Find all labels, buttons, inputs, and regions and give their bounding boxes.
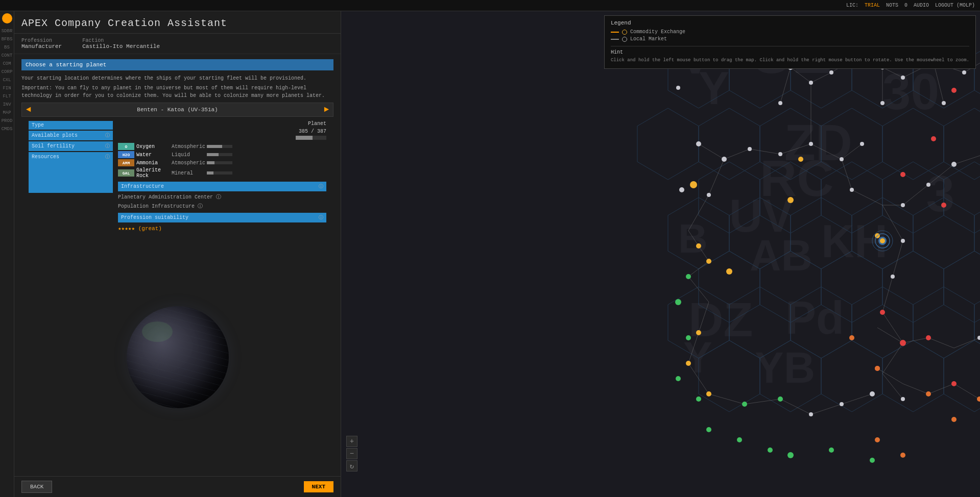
resources-info-icon[interactable]: ⓘ (105, 154, 110, 160)
panel-meta: Profession Manufacturer Faction Castillo… (14, 34, 341, 54)
svg-marker-10 (821, 108, 882, 180)
svg-line-130 (928, 338, 954, 348)
svg-point-238 (977, 336, 980, 340)
zoom-rotate-button[interactable]: ↻ (346, 460, 357, 471)
nav-item-corp[interactable]: CORP (0, 68, 14, 76)
svg-line-129 (903, 338, 928, 343)
pop-info-icon[interactable]: ⓘ (198, 204, 203, 209)
svg-point-204 (748, 147, 752, 151)
nav-item-bs[interactable]: BS (0, 44, 14, 51)
svg-line-73 (750, 149, 780, 154)
nots-label: NOTS (886, 3, 898, 8)
svg-point-205 (778, 152, 782, 156)
svg-line-75 (811, 144, 842, 159)
svg-line-83 (928, 164, 954, 185)
svg-line-125 (882, 312, 903, 343)
nav-item-map[interactable]: MAP (0, 109, 14, 116)
nav-item-fin[interactable]: FIN (0, 85, 14, 92)
svg-point-146 (726, 268, 732, 275)
next-planet-button[interactable]: ► (320, 103, 333, 116)
star-map-svg[interactable] (341, 11, 980, 497)
plots-value: 385 / 387 (299, 129, 326, 134)
next-button[interactable]: NEXT (304, 481, 333, 492)
svg-point-255 (676, 86, 680, 90)
zoom-in-button[interactable]: + (346, 436, 357, 447)
svg-point-215 (926, 183, 930, 187)
svg-line-126 (882, 343, 903, 374)
svg-point-154 (931, 136, 936, 141)
planet-right-content: Planet 385 / 387 (118, 121, 326, 233)
svg-point-177 (870, 458, 875, 463)
nav-item-cmds[interactable]: CMDS (0, 126, 14, 133)
desc-line2: Important: You can fly to any planet in … (21, 84, 333, 100)
app-logo[interactable] (2, 13, 12, 23)
resources-row: Resources ⓘ (29, 152, 113, 193)
amm-type: Atmospheric (172, 160, 205, 166)
type-row: Type (29, 121, 113, 130)
svg-point-142 (798, 157, 803, 162)
logout-button[interactable]: LOGOUT (MOLP) (935, 3, 975, 8)
audio-button[interactable]: AUDIO (914, 3, 929, 8)
desc-line1: Your starting location determines where … (21, 74, 333, 82)
fertility-bar (118, 136, 326, 140)
nav-item-inv[interactable]: INV (0, 101, 14, 108)
wat-type: Liquid (172, 152, 205, 158)
nav-item-flt[interactable]: FLT (0, 93, 14, 100)
svg-line-122 (882, 205, 903, 241)
nav-item-prod[interactable]: PROD (0, 117, 14, 125)
svg-line-136 (928, 384, 954, 394)
resource-item-oxy: O Oxygen Atmospheric (118, 143, 326, 150)
back-button[interactable]: BACK (21, 481, 52, 493)
planet-type-row: Planet (118, 121, 326, 127)
profession-meta: Profession Manufacturer (21, 38, 62, 49)
svg-line-74 (780, 144, 811, 154)
svg-point-170 (676, 376, 681, 381)
svg-line-131 (954, 338, 979, 348)
commodity-label: Commodity Exchange (630, 29, 685, 35)
choose-planet-section: Choose a starting planet Your starting l… (14, 54, 341, 238)
svg-point-242 (840, 402, 844, 406)
hint-box: Hint Click and hold the left mouse butto… (611, 46, 969, 64)
svg-point-161 (951, 381, 957, 386)
svg-line-77 (780, 67, 791, 103)
nav-item-bfbs[interactable]: BFBS (0, 36, 14, 43)
left-nav: SDBR BFBS BS CONT COM CORP CXL FIN FLT I… (0, 11, 14, 497)
nav-item-cxl[interactable]: CXL (0, 77, 14, 84)
amm-bar (207, 161, 232, 164)
amm-tag: AMM (118, 159, 134, 166)
lic-label: LIC: (846, 3, 858, 8)
svg-point-209 (707, 193, 711, 197)
soil-info-icon[interactable]: ⓘ (105, 143, 110, 150)
profession-label: Profession (21, 38, 62, 43)
svg-point-256 (679, 187, 684, 192)
nav-item-sdbr[interactable]: SDBR (0, 28, 14, 35)
prev-planet-button[interactable]: ◄ (22, 103, 35, 116)
nav-item-com[interactable]: COM (0, 60, 14, 67)
pac-info-icon[interactable]: ⓘ (216, 194, 221, 200)
svg-marker-11 (882, 108, 944, 180)
svg-point-156 (941, 203, 946, 208)
svg-point-183 (977, 396, 980, 402)
nav-item-cont[interactable]: CONT (0, 52, 14, 59)
planet-globe[interactable] (127, 306, 229, 408)
svg-point-144 (696, 243, 701, 248)
zoom-out-button[interactable]: − (346, 448, 357, 459)
globe-area (14, 238, 341, 476)
svg-point-173 (778, 396, 783, 402)
plots-info-icon[interactable]: ⓘ (105, 132, 110, 139)
svg-line-124 (882, 277, 893, 312)
infra-info-icon[interactable]: ⓘ (319, 183, 323, 190)
svg-point-186 (875, 437, 880, 442)
svg-point-167 (686, 274, 691, 279)
legend-commodity: Commodity Exchange (611, 29, 969, 35)
infrastructure-section: Infrastructure ⓘ Planetary Administratio… (118, 182, 326, 211)
prof-info-icon[interactable]: ⓘ (319, 214, 323, 221)
svg-point-147 (696, 330, 701, 335)
commodity-circle (622, 30, 627, 35)
svg-point-243 (870, 391, 875, 396)
svg-line-72 (724, 149, 750, 159)
svg-point-241 (809, 412, 813, 416)
map-area[interactable]: V UZ UP Y RC ZD 30 UV B AB KH 3 DZ Pd Y … (341, 11, 980, 497)
lic-value: TRIAL (865, 3, 880, 8)
svg-point-140 (690, 181, 697, 188)
